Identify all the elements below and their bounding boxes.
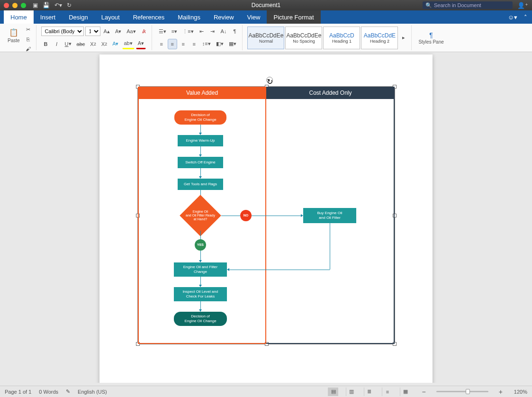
document-area[interactable]: ↻ Value Added Cost Added Only Decision o… <box>0 52 532 383</box>
page: ↻ Value Added Cost Added Only Decision o… <box>99 54 433 383</box>
show-marks-icon[interactable]: ¶ <box>230 26 239 36</box>
node-change: Engine Oil and Filter Change <box>174 262 227 277</box>
col-header-value-added: Value Added <box>138 87 266 99</box>
clear-formatting-icon[interactable]: A̷ <box>139 26 149 36</box>
node-end: Decision of Engine Oil Change <box>174 312 227 326</box>
node-start: Decision of Engine Oil Change <box>174 110 226 125</box>
tab-mailings[interactable]: Mailings <box>171 10 207 24</box>
close-icon[interactable] <box>4 3 9 8</box>
align-center-icon[interactable]: ≡ <box>168 39 177 49</box>
tab-picture-format[interactable]: Picture Format <box>267 10 320 24</box>
underline-button[interactable]: U▾ <box>63 39 73 49</box>
font-size-select[interactable]: 12 <box>85 27 100 36</box>
spellcheck-icon[interactable]: ✎ <box>66 388 70 395</box>
style-normal[interactable]: AaBbCcDdEe Normal <box>247 27 284 49</box>
tab-design[interactable]: Design <box>62 10 94 24</box>
decrease-font-icon[interactable]: A▾ <box>113 26 123 36</box>
superscript-button[interactable]: X2 <box>99 39 109 49</box>
bullets-icon[interactable]: ☰▾ <box>157 26 168 36</box>
align-left-icon[interactable]: ≡ <box>157 39 166 49</box>
collapse-ribbon-icon[interactable]: ˄ <box>524 14 527 21</box>
font-select[interactable]: Calibri (Body) <box>41 27 84 36</box>
style-heading-2[interactable]: AaBbCcDdE Heading 2 <box>361 27 398 49</box>
document-title: Document1 <box>252 2 280 9</box>
node-buy: Buy Engine Oil and Oil Filter <box>303 208 356 223</box>
style-no-spacing[interactable]: AaBbCcDdEe No Spacing <box>285 27 322 49</box>
increase-font-icon[interactable]: A▴ <box>102 26 112 36</box>
line-spacing-icon[interactable]: ↕≡▾ <box>200 39 213 49</box>
copy-icon[interactable]: ⎘ <box>24 35 33 44</box>
tab-view[interactable]: View <box>241 10 267 24</box>
status-page[interactable]: Page 1 of 1 <box>5 389 31 395</box>
search-input[interactable]: 🔍 Search in Document <box>423 1 513 9</box>
view-web-layout-icon[interactable]: ▥ <box>346 388 356 396</box>
redo-icon[interactable]: ↻ <box>67 2 72 9</box>
node-yes: YES <box>195 239 206 251</box>
view-draft-icon[interactable]: ≡ <box>382 388 392 396</box>
strike-button[interactable]: abc <box>75 39 87 49</box>
bold-button[interactable]: B <box>41 39 51 49</box>
zoom-slider[interactable] <box>436 391 488 392</box>
node-tools: Get Tools and Rags <box>178 179 223 190</box>
node-no: NO <box>240 210 252 221</box>
borders-icon[interactable]: ▦▾ <box>227 39 238 49</box>
title-bar: ▣ 💾 ↶▾ ↻ Document1 🔍 Search in Document … <box>0 0 532 10</box>
tab-layout[interactable]: Layout <box>95 10 126 24</box>
window-toggle-icon[interactable]: ▣ <box>33 2 38 9</box>
justify-icon[interactable]: ≡ <box>189 39 199 49</box>
styles-pane-button[interactable]: ¶ Styles Pane <box>416 27 445 48</box>
window-controls <box>4 3 26 8</box>
numbering-icon[interactable]: ≡▾ <box>170 26 179 36</box>
subscript-button[interactable]: X2 <box>88 39 98 49</box>
share-icon[interactable]: 👤⁺ <box>517 2 528 9</box>
node-switchoff: Switch Off Engine <box>178 157 223 168</box>
status-words[interactable]: 0 Words <box>39 389 58 395</box>
flowchart-image: Value Added Cost Added Only Decision of … <box>138 87 395 344</box>
undo-icon[interactable]: ↶▾ <box>54 2 62 9</box>
status-language[interactable]: English (US) <box>78 389 107 395</box>
view-focus-icon[interactable]: ▦ <box>400 388 410 396</box>
multilevel-list-icon[interactable]: ⋮≡▾ <box>180 26 195 36</box>
rotation-handle[interactable]: ↻ <box>266 77 273 83</box>
view-print-layout-icon[interactable]: ▤ <box>328 388 338 396</box>
style-heading-1[interactable]: AaBbCcD Heading 1 <box>323 27 360 49</box>
picture-selection[interactable]: Value Added Cost Added Only Decision of … <box>137 86 395 344</box>
font-color-icon[interactable]: A▾ <box>136 39 146 49</box>
status-bar: Page 1 of 1 0 Words ✎ English (US) ▤ ▥ ≣… <box>0 386 532 397</box>
increase-indent-icon[interactable]: ⇥ <box>208 26 217 36</box>
zoom-out-icon[interactable]: − <box>422 388 425 396</box>
tab-review[interactable]: Review <box>207 10 241 24</box>
tab-home[interactable]: Home <box>4 10 34 24</box>
node-inspect: Inspect Oil Level and Check For Leaks <box>174 287 227 301</box>
tab-insert[interactable]: Insert <box>34 10 63 24</box>
view-outline-icon[interactable]: ≣ <box>364 388 374 396</box>
style-gallery: AaBbCcDdEe Normal AaBbCcDdEe No Spacing … <box>247 25 408 50</box>
styles-more-icon[interactable]: ▸ <box>399 27 408 49</box>
decrease-indent-icon[interactable]: ⇤ <box>197 26 207 36</box>
text-effects-icon[interactable]: A▾ <box>110 39 120 49</box>
maximize-icon[interactable] <box>21 3 26 8</box>
shading-icon[interactable]: ◧▾ <box>214 39 225 49</box>
col-header-cost-added: Cost Added Only <box>266 87 395 99</box>
ribbon: 📋 Paste ✂ ⎘ 🖌 Calibri (Body) 12 A▴ A▾ Aa… <box>0 24 532 52</box>
save-icon[interactable]: 💾 <box>43 2 50 9</box>
tab-references[interactable]: References <box>126 10 171 24</box>
italic-button[interactable]: I <box>52 39 62 49</box>
change-case-icon[interactable]: Aa▾ <box>125 26 137 36</box>
cut-icon[interactable]: ✂ <box>24 25 33 34</box>
paste-button[interactable]: 📋 Paste <box>6 25 22 46</box>
zoom-level[interactable]: 120% <box>514 389 527 395</box>
minimize-icon[interactable] <box>12 3 18 8</box>
ribbon-tabs: Home Insert Design Layout References Mai… <box>0 10 532 24</box>
sort-icon[interactable]: A↓ <box>219 26 229 36</box>
zoom-in-icon[interactable]: + <box>499 388 503 396</box>
node-decision: Engine Oil and Oil Filter Ready at Hand? <box>180 201 221 230</box>
smiley-icon[interactable]: ☺▾ <box>508 14 517 21</box>
node-warmup: Engine Warm-Up <box>178 135 223 146</box>
highlight-icon[interactable]: ab▾ <box>122 39 135 49</box>
align-right-icon[interactable]: ≡ <box>179 39 188 49</box>
